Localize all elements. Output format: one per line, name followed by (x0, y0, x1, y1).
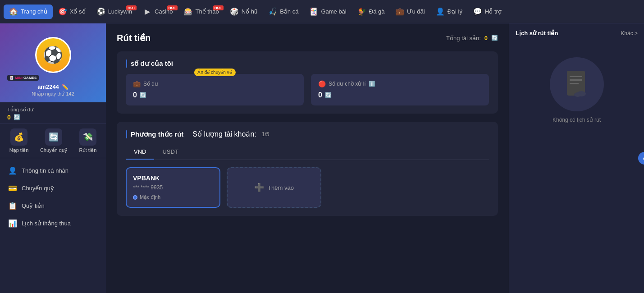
thong-tin-label: Thông tin cá nhân (22, 167, 69, 174)
wallet-icon: 💼 (133, 80, 141, 87)
sidebar-item-thong-tin[interactable]: 👤 Thông tin cá nhân (0, 162, 106, 179)
page-header: Rút tiền Tổng tài sản: 0 🔄 (117, 32, 498, 43)
so-du-amount-row: 0 🔄 (133, 91, 297, 99)
right-panel: Lịch sử rút tiền Khác > Không có (509, 23, 644, 293)
nav-label-da-ga: Đá gà (369, 8, 385, 15)
tab-usdt[interactable]: USDT (154, 145, 186, 160)
so-du-cho-xu-li-amount: 0 (318, 91, 322, 99)
add-card-label: Thêm vào (268, 184, 294, 191)
sidebar-item-lich-su[interactable]: 📊 Lịch sử thắng thua (0, 215, 106, 232)
nav-item-game-bai[interactable]: 🃏 Game bài (304, 5, 352, 19)
balance-section-title: số dư của tôi (131, 60, 173, 68)
empty-state: Không có lịch sử rút (516, 44, 638, 137)
sidebar-item-quy-tien[interactable]: 📋 Quỹ tiền (0, 197, 106, 215)
so-du-label-row: 💼 Số dư (133, 80, 297, 87)
tab-vnd[interactable]: VND (126, 145, 154, 160)
xoso-icon: 🎯 (58, 7, 67, 16)
page-title: Rút tiền (117, 32, 151, 43)
payment-title-row: Phương thức rút Số lượng tài khoản: 1/5 (126, 130, 489, 138)
balance-card: số dư của tôi Ấn để chuyển về 💼 Số dư 0 … (117, 51, 498, 114)
so-du-cho-xu-li-label: Số dư chờ xử lí (329, 81, 366, 87)
nav-item-uu-dai[interactable]: 💼 Ưu đãi (390, 5, 430, 19)
sidebar-item-chuyen-quy[interactable]: 💳 Chuyển quỹ (0, 179, 106, 197)
bank-name: VPBANK (133, 174, 213, 182)
nav-item-xo-so[interactable]: 🎯 Xổ số (53, 5, 91, 19)
payment-section-bar (126, 130, 127, 138)
right-panel-title: Lịch sử rút tiền (516, 30, 558, 37)
so-du-amount: 0 (133, 91, 137, 99)
thethao-icon: 🎰 (184, 7, 193, 16)
nav-item-casino[interactable]: ▶ Casino HOT (137, 5, 178, 19)
nav-item-luckywin[interactable]: ⚽ Luckywin HOT (91, 5, 137, 19)
nav-item-ho-tro[interactable]: 💬 Hỗ trợ (468, 5, 507, 19)
payment-card: Phương thức rút Số lượng tài khoản: 1/5 … (117, 122, 498, 216)
nav-item-trang-chu[interactable]: 🏠 Trang chủ (4, 5, 53, 19)
payment-tabs: VND USDT (126, 145, 489, 160)
so-du-cho-xu-li-label-row: 🔴 Số dư chờ xử lí ℹ️ (318, 80, 482, 87)
casino-icon: ▶ (143, 7, 152, 16)
bank-card-vpbank[interactable]: VPBANK *** **** 9935 Mặc định (126, 167, 220, 208)
payment-section-title: Phương thức rút (131, 130, 183, 138)
banca-icon: 🎣 (268, 7, 277, 16)
balance-section: Tổng số dư: 0 🔄 (0, 102, 106, 124)
collapse-button[interactable]: « (638, 152, 644, 165)
hotro-icon: 💬 (473, 7, 482, 16)
left-sidebar: ⚽ 🃏 MINI GAMES am2244 ✏️ Nhập ngày thứ 1… (0, 23, 106, 293)
nav-item-dai-ly[interactable]: 👤 Đại lý (430, 5, 468, 19)
add-bank-card[interactable]: ➕ Thêm vào (227, 167, 321, 208)
nav-label-no-hu: Nổ hũ (242, 8, 257, 15)
nav-label-game-bai: Game bài (321, 8, 346, 15)
nav-item-da-ga[interactable]: 🐓 Đá gà (352, 5, 390, 19)
quy-tien-icon: 📋 (8, 201, 17, 210)
nohu-icon: 🎲 (230, 7, 239, 16)
luckywin-icon: ⚽ (96, 7, 105, 16)
bank-number: *** **** 9935 (133, 184, 213, 191)
hot-badge-casino: HOT (167, 5, 178, 10)
refresh-icon[interactable]: 🔄 (14, 114, 20, 120)
quick-action-rut-tien[interactable]: 💸 Rút tiền (79, 128, 96, 153)
quick-action-nap-tien[interactable]: 💰 Nạp tiền (9, 128, 29, 153)
nav-item-ban-ca[interactable]: 🎣 Bắn cá (263, 5, 304, 19)
info-icon[interactable]: ℹ️ (369, 81, 375, 87)
cho-xu-li-refresh-icon[interactable]: 🔄 (325, 92, 332, 98)
total-assets-amount: 0 (484, 35, 488, 41)
quick-action-chuyen-quy[interactable]: 🔄 Chuyển quỹ (40, 128, 68, 153)
nav-label-trang-chu: Trang chủ (21, 8, 47, 15)
svg-rect-3 (570, 83, 579, 84)
empty-doc-svg (563, 69, 590, 100)
pending-icon: 🔴 (318, 80, 326, 87)
hot-badge-thethao: HOT (213, 5, 224, 10)
empty-text: Không có lịch sử rút (553, 117, 601, 123)
username-row: am2244 ✏️ (37, 83, 69, 90)
rut-tien-icon: 💸 (79, 128, 96, 146)
other-link[interactable]: Khác > (621, 30, 638, 37)
nav-label-xo-so: Xổ số (70, 8, 86, 15)
daily-icon: 👤 (436, 7, 445, 16)
default-label: Mặc định (140, 194, 160, 200)
so-du-refresh-icon[interactable]: 🔄 (140, 92, 146, 98)
uudai-icon: 💼 (395, 7, 404, 16)
balance-boxes: Ấn để chuyển về 💼 Số dư 0 🔄 🔴 Số dư chờ … (126, 74, 489, 105)
edit-icon[interactable]: ✏️ (62, 84, 69, 90)
nav-label-uu-dai: Ưu đãi (407, 8, 425, 15)
svg-rect-1 (570, 76, 582, 77)
nav-label-ho-tro: Hỗ trợ (485, 8, 502, 15)
main-layout: ⚽ 🃏 MINI GAMES am2244 ✏️ Nhập ngày thứ 1… (0, 23, 644, 293)
nav-item-no-hu[interactable]: 🎲 Nổ hũ (224, 5, 263, 19)
nap-tien-label: Nạp tiền (9, 147, 29, 153)
mini-games-badge: 🃏 MINI GAMES (7, 75, 39, 81)
default-dot (133, 195, 137, 200)
so-du-box: Ấn để chuyển về 💼 Số dư 0 🔄 (126, 74, 304, 105)
top-navigation: 🏠 Trang chủ 🎯 Xổ số ⚽ Luckywin HOT ▶ Cas… (0, 0, 644, 23)
rut-tien-label: Rút tiền (79, 147, 96, 153)
nav-label-ban-ca: Bắn cá (280, 8, 298, 15)
svg-point-5 (574, 92, 581, 97)
center-content: Rút tiền Tổng tài sản: 0 🔄 số dư của tôi… (106, 23, 509, 293)
username: am2244 (37, 83, 59, 90)
nav-item-the-thao[interactable]: 🎰 Thể thao HOT (178, 5, 224, 19)
section-bar (126, 60, 127, 68)
avatar: ⚽ (35, 37, 71, 73)
account-count: 1/5 (262, 131, 269, 137)
balance-amount-row: 0 🔄 (7, 114, 99, 121)
total-refresh-icon[interactable]: 🔄 (491, 35, 498, 41)
